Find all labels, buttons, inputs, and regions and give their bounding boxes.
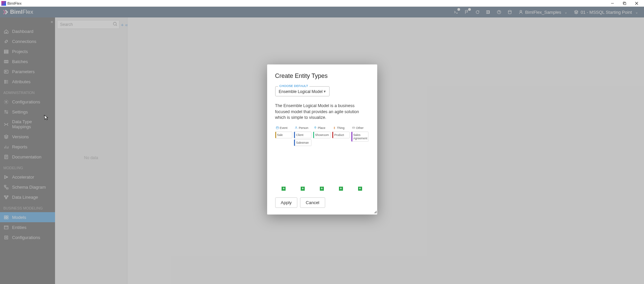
person-icon: [295, 126, 298, 129]
thing-icon: [333, 126, 336, 129]
svg-point-58: [315, 127, 316, 128]
kanban-column-header: Thing: [332, 126, 350, 130]
default-select[interactable]: CHOOSE DEFAULT Ensemble Logical Model ▼: [275, 86, 330, 96]
window-title: BimlFlex: [7, 1, 606, 5]
kanban-column-body: Showroom: [313, 132, 331, 185]
apply-button[interactable]: Apply: [275, 197, 298, 208]
svg-rect-60: [334, 128, 335, 129]
event-icon: [276, 126, 279, 129]
close-icon: [635, 2, 638, 5]
kanban-add-button[interactable]: +: [301, 187, 305, 191]
kanban-column-body: Sales Agreement: [351, 132, 369, 185]
dialog-description: The Ensemble Logical Model is a business…: [275, 103, 369, 121]
svg-rect-2: [624, 3, 626, 5]
svg-point-57: [296, 127, 297, 128]
kanban-column-body: Sale: [275, 132, 293, 185]
create-entity-types-dialog: Create Entity Types CHOOSE DEFAULT Ensem…: [267, 64, 377, 215]
kanban-column-title: Person: [299, 126, 308, 130]
window-titlebar: BimlFlex: [0, 0, 644, 7]
chevron-down-icon: ▼: [323, 90, 327, 93]
entity-kanban-preview: EventSale+PersonClientSalesman+PlaceShow…: [275, 126, 369, 191]
kanban-column-header: Event: [275, 126, 293, 130]
kanban-card[interactable]: Sales Agreement: [351, 132, 369, 142]
kanban-column-header: Other: [351, 126, 369, 130]
kanban-add-button[interactable]: +: [339, 187, 343, 191]
svg-point-59: [334, 127, 335, 128]
kanban-column-place: PlaceShowroom+: [313, 126, 331, 191]
svg-rect-61: [352, 127, 355, 129]
select-value: Ensemble Logical Model: [279, 89, 326, 94]
maximize-button[interactable]: [618, 0, 631, 7]
kanban-column-person: PersonClientSalesman+: [294, 126, 312, 191]
kanban-add-button[interactable]: +: [320, 187, 324, 191]
kanban-column-title: Event: [280, 126, 288, 130]
place-icon: [314, 126, 317, 129]
minimize-button[interactable]: [606, 0, 618, 7]
kanban-column-header: Person: [294, 126, 311, 130]
kanban-card[interactable]: Sale: [275, 132, 293, 138]
close-button[interactable]: [631, 0, 643, 7]
resize-handle[interactable]: ◢: [374, 209, 377, 214]
kanban-column-other: OtherSales Agreement+: [351, 126, 369, 191]
maximize-icon: [623, 2, 626, 5]
kanban-column-body: Product: [332, 132, 350, 185]
svg-rect-53: [276, 127, 279, 129]
cancel-button[interactable]: Cancel: [300, 197, 325, 208]
kanban-add-button[interactable]: +: [282, 187, 286, 191]
kanban-column-title: Other: [356, 126, 364, 130]
kanban-card[interactable]: Showroom: [313, 132, 331, 138]
kanban-column-header: Place: [313, 126, 331, 130]
dialog-title: Create Entity Types: [275, 73, 369, 80]
kanban-column-title: Place: [318, 126, 326, 130]
minimize-icon: [611, 2, 614, 5]
kanban-column-event: EventSale+: [275, 126, 293, 191]
kanban-add-button[interactable]: +: [358, 187, 362, 191]
kanban-column-title: Thing: [337, 126, 345, 130]
kanban-card[interactable]: Salesman: [294, 139, 311, 146]
kanban-column-body: ClientSalesman: [294, 132, 311, 185]
select-label: CHOOSE DEFAULT: [278, 84, 310, 88]
app-icon: [1, 1, 6, 6]
other-icon: [352, 126, 355, 129]
kanban-card[interactable]: Client: [294, 132, 311, 138]
modal-overlay[interactable]: Create Entity Types CHOOSE DEFAULT Ensem…: [0, 7, 644, 284]
kanban-column-thing: ThingProduct+: [332, 126, 350, 191]
kanban-card[interactable]: Product: [332, 132, 350, 138]
